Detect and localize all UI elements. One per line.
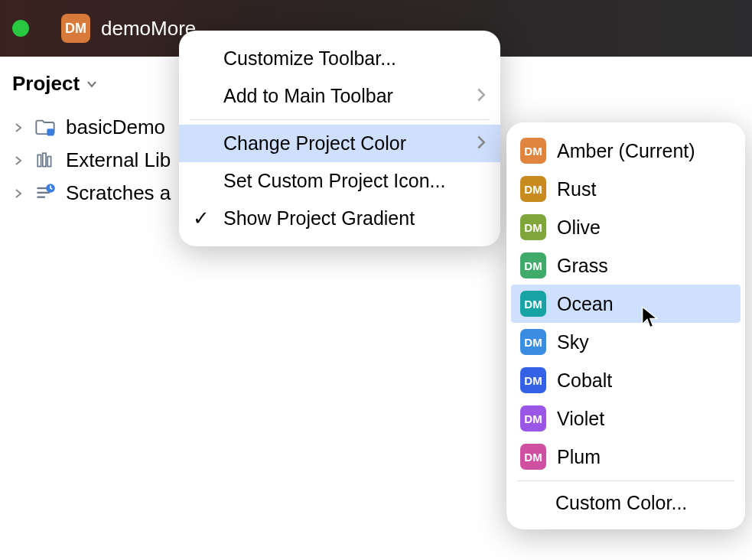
color-submenu: DM Amber (Current) DM Rust DM Olive DM G… bbox=[506, 122, 745, 529]
chevron-down-icon bbox=[86, 78, 98, 90]
color-option-custom[interactable]: Custom Color... bbox=[506, 486, 745, 520]
menu-separator bbox=[190, 119, 490, 120]
menu-item-add-to-main-toolbar[interactable]: Add to Main Toolbar bbox=[179, 77, 500, 115]
color-option-violet[interactable]: DM Violet bbox=[506, 399, 745, 438]
color-swatch-icon: DM bbox=[520, 214, 546, 240]
color-option-label: Olive bbox=[557, 217, 601, 239]
folder-icon bbox=[34, 116, 57, 139]
color-option-label: Plum bbox=[557, 446, 601, 468]
menu-item-label: Change Project Color bbox=[223, 132, 406, 155]
color-swatch-icon: DM bbox=[520, 252, 546, 278]
menu-item-label: Customize Toolbar... bbox=[223, 47, 396, 70]
color-option-ocean[interactable]: DM Ocean bbox=[511, 285, 741, 323]
color-option-label: Sky bbox=[557, 331, 589, 353]
project-panel-title: Project bbox=[12, 72, 80, 96]
context-menu: Customize Toolbar... Add to Main Toolbar… bbox=[179, 31, 500, 246]
window-control-maximize[interactable] bbox=[12, 20, 29, 37]
color-option-label: Grass bbox=[557, 255, 608, 277]
svg-rect-3 bbox=[47, 156, 50, 166]
color-option-rust[interactable]: DM Rust bbox=[506, 170, 745, 208]
color-option-amber[interactable]: DM Amber (Current) bbox=[506, 132, 745, 170]
menu-item-change-project-color[interactable]: Change Project Color bbox=[179, 125, 500, 162]
chevron-right-icon bbox=[12, 155, 24, 167]
color-swatch-icon: DM bbox=[520, 367, 546, 393]
library-icon bbox=[34, 149, 57, 172]
mouse-cursor-icon bbox=[641, 306, 661, 329]
chevron-right-icon bbox=[12, 187, 24, 200]
svg-rect-1 bbox=[37, 155, 41, 166]
color-option-cobalt[interactable]: DM Cobalt bbox=[506, 361, 745, 399]
svg-rect-2 bbox=[43, 153, 46, 166]
checkmark-icon: ✓ bbox=[193, 207, 210, 230]
chevron-right-icon bbox=[476, 85, 487, 107]
color-option-label: Rust bbox=[557, 178, 596, 200]
project-icon[interactable]: DM bbox=[61, 14, 90, 43]
menu-item-customize-toolbar[interactable]: Customize Toolbar... bbox=[179, 40, 500, 77]
menu-item-show-project-gradient[interactable]: ✓ Show Project Gradient bbox=[179, 200, 500, 237]
color-option-sky[interactable]: DM Sky bbox=[506, 323, 745, 361]
color-swatch-icon: DM bbox=[520, 138, 546, 164]
color-option-plum[interactable]: DM Plum bbox=[506, 438, 745, 476]
menu-item-label: Show Project Gradient bbox=[223, 207, 415, 230]
chevron-right-icon bbox=[12, 122, 24, 134]
color-option-label: Cobalt bbox=[557, 370, 612, 392]
color-option-grass[interactable]: DM Grass bbox=[506, 246, 745, 285]
menu-separator bbox=[517, 480, 734, 481]
menu-item-set-custom-project-icon[interactable]: Set Custom Project Icon... bbox=[179, 162, 500, 200]
tree-item-label: Scratches a bbox=[66, 181, 171, 205]
color-option-label: Ocean bbox=[557, 293, 614, 315]
svg-rect-0 bbox=[47, 129, 54, 135]
color-swatch-icon: DM bbox=[520, 329, 546, 355]
color-swatch-icon: DM bbox=[520, 444, 546, 470]
menu-item-label: Set Custom Project Icon... bbox=[223, 170, 445, 192]
color-swatch-icon: DM bbox=[520, 176, 546, 202]
menu-item-label: Add to Main Toolbar bbox=[223, 85, 393, 107]
tree-item-label: basicDemo bbox=[66, 116, 165, 139]
chevron-right-icon bbox=[476, 132, 487, 155]
color-option-label: Amber (Current) bbox=[557, 140, 695, 162]
tree-item-label: External Lib bbox=[66, 148, 171, 172]
color-swatch-icon: DM bbox=[520, 405, 546, 431]
color-option-olive[interactable]: DM Olive bbox=[506, 208, 745, 246]
color-swatch-icon: DM bbox=[520, 291, 546, 317]
scratches-icon bbox=[34, 182, 57, 205]
color-option-label: Custom Color... bbox=[555, 492, 687, 514]
color-option-label: Violet bbox=[557, 408, 604, 430]
